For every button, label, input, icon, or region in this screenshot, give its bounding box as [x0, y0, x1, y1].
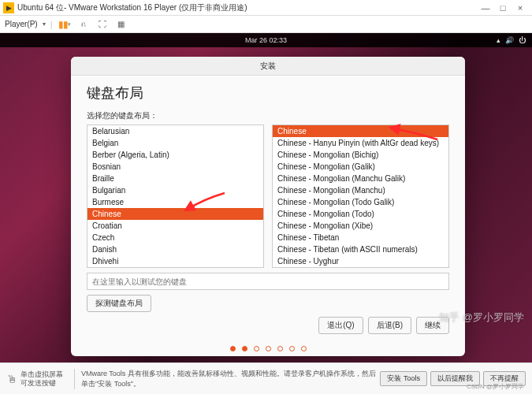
back-button[interactable]: 后退(B) [368, 317, 411, 334]
close-button[interactable]: × [512, 3, 529, 13]
ubuntu-top-bar: Mar 26 02:33 ▴ 🔊 ⏻ [0, 33, 532, 47]
list-item[interactable]: Burmese [87, 196, 263, 208]
power-icon[interactable]: ⏻ [519, 36, 526, 44]
install-tools-button[interactable]: 安装 Tools [380, 371, 427, 386]
progress-dots [71, 340, 465, 356]
list-item[interactable]: Croatian [87, 220, 263, 232]
progress-dot [289, 346, 295, 351]
progress-dot [277, 346, 283, 351]
detect-layout-button[interactable]: 探测键盘布局 [87, 295, 151, 312]
list-item[interactable]: Belarusian [87, 125, 263, 137]
separator [74, 369, 75, 389]
vmware-icon: ▶ [3, 2, 14, 13]
progress-dot [254, 346, 259, 351]
list-item[interactable]: Bulgarian [87, 184, 263, 196]
list-item[interactable]: Chinese - Tibetan (with ASCII numerals) [273, 243, 448, 255]
click-hint: 单击虚拟屏幕 可发送按键 [20, 370, 68, 388]
network-icon[interactable]: ▴ [497, 36, 500, 44]
installer-dialog: 安装 键盘布局 选择您的键盘布局： BelarusianBelgianBerbe… [71, 57, 465, 356]
guest-screen[interactable]: Mar 26 02:33 ▴ 🔊 ⏻ 安装 键盘布局 选择您的键盘布局： Bel… [0, 33, 532, 362]
progress-dot [266, 346, 271, 351]
dialog-title: 安装 [71, 57, 465, 76]
clock: Mar 26 02:33 [245, 36, 287, 44]
list-item[interactable]: Chinese - Mongolian (Galik) [273, 161, 448, 173]
mouse-hint-icon: 🖱 [6, 373, 17, 385]
list-item[interactable]: Bosnian [87, 161, 263, 173]
watermark-csdn: CSDN @罗小罗同学 [467, 382, 524, 391]
vmware-titlebar: ▶ Ubuntu 64 位- VMware Workstation 16 Pla… [0, 0, 532, 16]
list-item[interactable]: Chinese - Uyghur [273, 255, 448, 267]
vmware-tools-message: VMware Tools 具有很多功能，能改善鼠标移动性、视频和性能。请登录客户… [81, 369, 377, 389]
list-item[interactable]: Danish [87, 243, 263, 255]
list-item[interactable]: Belgian [87, 137, 263, 149]
progress-dot [301, 346, 307, 351]
player-menu[interactable]: Player(P) [5, 20, 38, 28]
layout-variant-list[interactable]: ChineseChinese - Hanyu Pinyin (with AltG… [272, 125, 449, 268]
send-ctrl-alt-del-button[interactable]: ⎌ [76, 18, 91, 31]
keyboard-test-input[interactable] [87, 273, 449, 290]
pause-button[interactable]: ▮▮▾ [58, 18, 72, 31]
list-item[interactable]: Chinese [87, 208, 263, 220]
watermark-zhihu: 知乎 @罗小罗同学 [439, 310, 524, 325]
list-item[interactable]: Chinese [273, 125, 448, 137]
vmware-hint-bar: 🖱 单击虚拟屏幕 可发送按键 VMware Tools 具有很多功能，能改善鼠标… [0, 362, 532, 394]
layout-language-list[interactable]: BelarusianBelgianBerber (Algeria, Latin)… [87, 125, 264, 268]
list-item[interactable]: Chinese - Mongolian (Todo) [273, 208, 448, 220]
list-item[interactable]: Chinese - Mongolian (Manchu) [273, 184, 448, 196]
pause-icon: ▮▮ [58, 19, 68, 30]
progress-dot [242, 346, 247, 351]
minimize-button[interactable]: — [477, 3, 494, 13]
list-item[interactable]: Braille [87, 173, 263, 184]
progress-dot [230, 346, 236, 351]
fullscreen-button[interactable]: ⛶ [95, 18, 110, 31]
list-item[interactable]: Chinese - Mongolian (Todo Galik) [273, 196, 448, 208]
unity-button[interactable]: ▦ [114, 18, 128, 31]
list-item[interactable]: Dhivehi [87, 255, 263, 267]
sound-icon[interactable]: 🔊 [505, 36, 514, 44]
quit-button[interactable]: 退出(Q) [318, 317, 363, 334]
list-item[interactable]: Chinese - Hanyu Pinyin (with AltGr dead … [273, 137, 448, 149]
list-item[interactable]: Dutch [87, 267, 263, 268]
list-item[interactable]: Czech [87, 232, 263, 243]
page-heading: 键盘布局 [87, 84, 449, 102]
window-title: Ubuntu 64 位- VMware Workstation 16 Playe… [17, 2, 477, 13]
choose-layout-label: 选择您的键盘布局： [87, 110, 449, 121]
list-item[interactable]: Berber (Algeria, Latin) [87, 149, 263, 161]
list-item[interactable]: Chinese - Mongolian (Bichig) [273, 149, 448, 161]
list-item[interactable]: Chinese - Mongolian (Xibe) [273, 220, 448, 232]
list-item[interactable]: Chinese - Tibetan [273, 232, 448, 243]
list-item[interactable]: Chinese - Mongolian (Manchu Galik) [273, 173, 448, 184]
vmware-toolbar: Player(P) ▾ | ▮▮▾ ⎌ ⛶ ▦ [0, 16, 532, 33]
maximize-button[interactable]: □ [494, 3, 512, 13]
